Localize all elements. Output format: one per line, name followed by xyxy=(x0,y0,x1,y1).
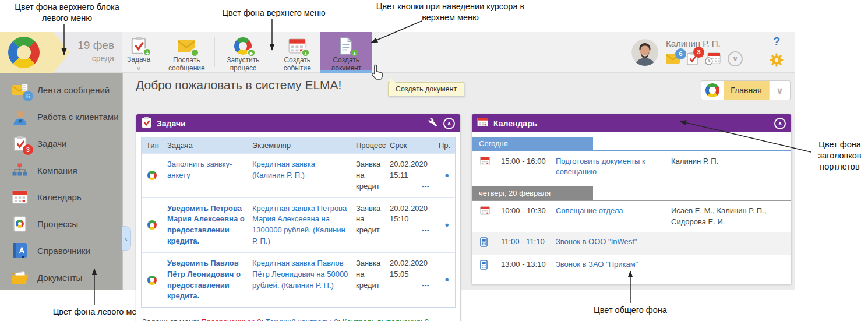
priority-dot-icon: ● xyxy=(444,274,449,285)
sidebar-item-tasks[interactable]: 3 Задачи xyxy=(0,130,122,157)
portlet-title: Задачи xyxy=(157,119,186,128)
chevron-down-icon[interactable]: ∨ xyxy=(136,65,141,72)
processes-icon xyxy=(11,216,29,232)
due-date: 20.02.2020 xyxy=(390,159,432,170)
calendar-section-label: четверг, 20 февраля xyxy=(472,186,593,200)
event-participants: Калинин Р. П. xyxy=(671,156,785,167)
create-event-icon: + xyxy=(286,36,308,56)
calendar-icon xyxy=(11,189,29,205)
tasks-icon xyxy=(142,117,151,130)
elma-app-window: 19 фев среда + Задача ∨ → xyxy=(0,32,795,290)
instance-link[interactable]: Кредитная заявка Павлов Пётр Леонидович … xyxy=(252,259,348,290)
task-add-icon: + xyxy=(128,36,150,55)
column-header: Срок xyxy=(385,137,434,153)
event-link[interactable]: Звонок в ЗАО "Прикам" xyxy=(556,260,638,269)
sidebar-item-calendar[interactable]: Календарь xyxy=(0,184,122,210)
tasks-icon: 3 xyxy=(11,135,29,151)
clients-icon xyxy=(11,108,29,125)
sidebar-item-clients[interactable]: Работа с клиентами xyxy=(0,103,122,130)
sidebar-item-label: Задачи xyxy=(37,139,66,149)
process-type-icon xyxy=(147,276,157,285)
instance-link[interactable]: Кредитная заявка Петрова Мария Алексеевн… xyxy=(252,204,347,246)
tasks-portlet: Задачи ∧ Тип Задача Экземпляр xyxy=(136,114,461,321)
create-document-icon: + xyxy=(335,36,357,56)
send-message-icon: → xyxy=(175,36,197,56)
annotation-common-bg: Цвет общего фона xyxy=(572,305,689,316)
create-task-button[interactable]: + Задача ∨ xyxy=(122,32,155,72)
send-message-button[interactable]: → Послать сообщение xyxy=(161,32,211,72)
portlet-title: Календарь xyxy=(493,119,537,128)
user-menu-chevron-icon[interactable]: ∨ xyxy=(728,51,743,66)
calendar-section-today: Сегодня xyxy=(472,137,791,151)
date-day: 19 фев xyxy=(77,39,114,52)
create-event-button[interactable]: + Создать событие xyxy=(274,32,320,72)
calendar-clock-icon[interactable] xyxy=(705,52,721,65)
sidebar-item-label: Работа с клиентами xyxy=(37,112,119,122)
book-icon xyxy=(11,242,29,259)
due-extra: --- xyxy=(390,181,432,192)
messages-badge: 6 xyxy=(675,48,686,59)
messages-icon[interactable]: 6 xyxy=(666,54,680,64)
collapse-portlet-button[interactable]: ∧ xyxy=(774,118,786,129)
toolbar-button-label: Создать событие xyxy=(279,56,315,72)
table-row: Уведомить Петрова Мария Алексеевна о пре… xyxy=(142,197,455,252)
top-left-block: 19 фев среда xyxy=(0,32,122,72)
column-header: Пр. xyxy=(434,137,455,153)
annotation-top-menu: Цвет фона верхнего меню xyxy=(216,8,332,19)
event-time: 13:00 - 13:10 xyxy=(501,259,556,270)
tasks-table-header: Тип Задача Экземпляр Процесс Срок Пр. xyxy=(142,137,455,153)
messages-badge: 6 xyxy=(23,91,33,101)
sidebar-collapse-handle[interactable]: ‹ xyxy=(122,226,131,251)
chevron-down-icon[interactable]: ∨ xyxy=(769,81,790,100)
run-process-button[interactable]: ▶ Запустить процесс xyxy=(218,32,268,72)
process-type-icon xyxy=(147,171,157,180)
help-button[interactable]: ? xyxy=(773,35,780,48)
tasks-icon[interactable]: 3 xyxy=(687,52,698,65)
sidebar-item-label: Календарь xyxy=(37,192,82,202)
user-name[interactable]: Калинин Р. П. xyxy=(666,38,721,48)
avatar[interactable] xyxy=(631,39,658,66)
page-selector-label: Главная xyxy=(724,81,769,100)
sidebar-item-processes[interactable]: Процессы xyxy=(0,210,122,237)
settings-gear-icon[interactable] xyxy=(769,52,784,70)
collapse-portlet-button[interactable]: ∧ xyxy=(443,118,455,129)
task-link[interactable]: Заполнить заявку-анкету xyxy=(167,160,232,179)
tasks-summary: Задачи от меня: Просроченных: 0; Текущий… xyxy=(136,312,460,321)
calendar-portlet: Календарь ∧ Сегодня 15:00 - 16:00 Подг xyxy=(471,114,792,285)
priority-dot-icon: ● xyxy=(444,220,449,231)
top-menu-bar: 19 фев среда + Задача ∨ → xyxy=(0,32,795,73)
toolbar-separator xyxy=(158,37,158,67)
elma-logo-icon[interactable] xyxy=(8,37,40,68)
folder-icon xyxy=(11,269,29,285)
create-document-button[interactable]: + Создать документ xyxy=(320,32,372,72)
tooltip: Создать документ xyxy=(388,82,464,96)
calendar-section-thursday: четверг, 20 февраля xyxy=(472,186,791,201)
sidebar-item-label: Процессы xyxy=(37,219,78,229)
date-weekday: среда xyxy=(77,54,114,63)
column-header: Процесс xyxy=(351,137,385,153)
event-link[interactable]: Звонок в ООО "InWest" xyxy=(556,237,637,246)
due-time: 15:11 xyxy=(390,170,432,181)
sidebar-item-company[interactable]: Компания xyxy=(0,157,122,184)
wrench-icon[interactable] xyxy=(428,118,437,129)
summary-overdue[interactable]: Просроченных: 0 xyxy=(201,318,261,321)
toolbar-button-label: Создать документ xyxy=(324,56,368,72)
calendar-event-row: 15:00 - 16:00 Подготовить документы к со… xyxy=(472,151,791,182)
calendar-event-row: 10:00 - 10:30 Совещание отдела Исаев Е. … xyxy=(472,201,791,231)
toolbar: + Задача ∨ → Послать сообщение xyxy=(122,32,795,72)
process-type-icon xyxy=(147,220,157,230)
page-selector[interactable]: Главная ∨ xyxy=(701,80,791,100)
play-badge-icon: ▶ xyxy=(247,48,256,57)
phone-icon xyxy=(480,237,501,250)
sidebar-item-documents[interactable]: Документы xyxy=(0,264,122,291)
event-link[interactable]: Подготовить документы к совещанию xyxy=(556,157,645,176)
summary-exec[interactable]: Контроль выполнения: 0 xyxy=(343,318,429,321)
table-row: Заполнить заявку-анкету Кредитная заявка… xyxy=(142,153,455,197)
sidebar-item-messages[interactable]: 6 Лента сообщений xyxy=(0,76,122,103)
task-link[interactable]: Уведомить Петрова Мария Алексеевна о пре… xyxy=(167,204,245,246)
sidebar-item-references[interactable]: Справочники xyxy=(0,237,122,264)
summary-current[interactable]: Текущий контроль: 0 xyxy=(266,318,338,321)
instance-link[interactable]: Кредитная заявка (Калинин Р. П.) xyxy=(252,160,315,179)
task-link[interactable]: Уведомить Павлов Пётр Леонидович о предо… xyxy=(167,259,241,301)
event-link[interactable]: Совещание отдела xyxy=(556,206,623,215)
